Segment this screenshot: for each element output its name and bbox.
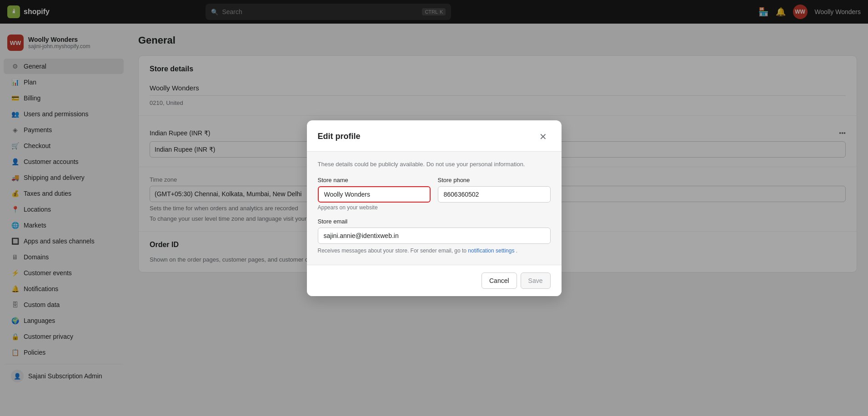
cancel-button[interactable]: Cancel [482,272,517,289]
store-name-hint: Appears on your website [318,204,431,211]
store-name-label: Store name [318,177,431,183]
modal-hint-text: These details could be publicly availabl… [318,161,551,168]
store-email-field: Store email Receives messages about your… [318,218,551,254]
store-name-field: Store name Appears on your website [318,177,431,211]
edit-profile-modal: Edit profile ✕ These details could be pu… [307,120,562,296]
modal-fields-row: Store name Appears on your website Store… [318,177,551,211]
store-phone-input[interactable] [438,186,551,203]
store-phone-field: Store phone [438,177,551,211]
store-email-label: Store email [318,218,551,225]
save-button[interactable]: Save [521,272,551,289]
store-name-input[interactable] [318,186,431,203]
store-phone-label: Store phone [438,177,551,183]
modal-footer: Cancel Save [307,265,562,296]
store-email-hint: Receives messages about your store. For … [318,248,551,254]
modal-close-button[interactable]: ✕ [536,129,551,144]
modal-overlay[interactable]: Edit profile ✕ These details could be pu… [0,0,868,416]
store-email-input[interactable] [318,228,551,244]
notification-settings-link[interactable]: notification settings [468,248,514,254]
modal-title: Edit profile [318,132,361,141]
modal-header: Edit profile ✕ [307,120,562,152]
modal-body: These details could be publicly availabl… [307,152,562,265]
